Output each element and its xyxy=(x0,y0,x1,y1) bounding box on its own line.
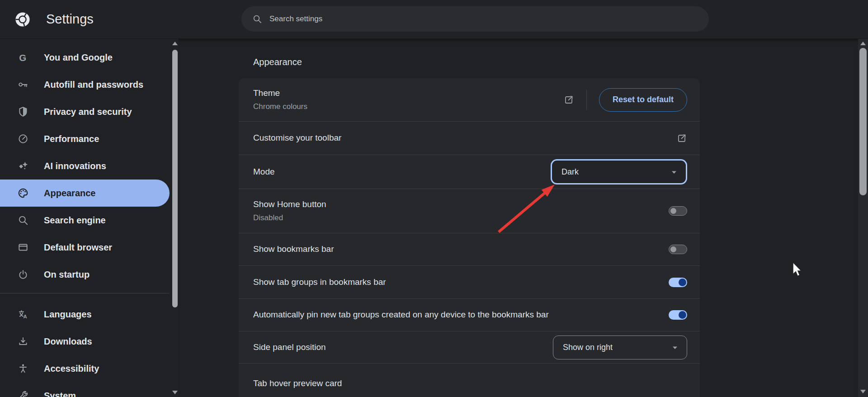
settings-search-bar[interactable] xyxy=(241,6,709,32)
mode-dropdown[interactable]: Dark xyxy=(551,159,687,184)
sidebar-scrollbar xyxy=(172,39,179,397)
key-icon xyxy=(17,79,29,90)
section-title: Appearance xyxy=(253,57,302,67)
sidebar-separator xyxy=(0,293,170,293)
show-bookmarks-bar-row: Show bookmarks bar xyxy=(239,233,700,265)
sidebar-item-performance[interactable]: Performance xyxy=(0,125,170,152)
row-title: Customise your toolbar xyxy=(253,133,676,143)
power-icon xyxy=(17,269,29,280)
vertical-divider xyxy=(586,90,587,110)
sidebar-item-system[interactable]: System xyxy=(0,382,170,397)
sidebar-item-accessibility[interactable]: Accessibility xyxy=(0,355,170,382)
side-panel-position-row: Side panel position Show on right xyxy=(239,331,700,363)
show-tab-groups-toggle[interactable] xyxy=(669,278,687,287)
google-g-icon: G xyxy=(17,52,29,63)
sidebar-item-autofill-and-passwords[interactable]: Autofill and passwords xyxy=(0,71,170,98)
dropdown-caret-icon xyxy=(670,167,679,176)
sidebar-item-search-engine[interactable]: Search engine xyxy=(0,207,170,234)
row-title: Show tab groups in bookmarks bar xyxy=(253,277,669,288)
sidebar-item-on-startup[interactable]: On startup xyxy=(0,261,170,288)
row-title: Mode xyxy=(253,167,551,177)
row-title: Side panel position xyxy=(253,342,553,353)
dropdown-caret-icon xyxy=(670,343,679,352)
search-input[interactable] xyxy=(269,14,698,24)
show-home-button-toggle[interactable] xyxy=(669,206,687,216)
browser-icon xyxy=(17,241,29,253)
side-panel-position-dropdown[interactable]: Show on right xyxy=(553,336,687,359)
tab-hover-preview-card-row: Tab hover preview card xyxy=(239,363,700,397)
chrome-logo-icon xyxy=(15,12,30,27)
scroll-up-arrow-icon[interactable] xyxy=(172,42,178,45)
header: Settings xyxy=(0,0,868,39)
sidebar-item-you-and-google[interactable]: G You and Google xyxy=(0,44,170,71)
download-icon xyxy=(17,336,29,347)
page-title: Settings xyxy=(46,12,94,27)
translate-icon: A xyxy=(17,308,29,320)
palette-icon xyxy=(17,187,29,199)
speedometer-icon xyxy=(17,133,29,145)
sparkle-icon xyxy=(17,160,29,172)
theme-row[interactable]: Theme Chrome colours Reset to default xyxy=(239,78,700,121)
shield-icon xyxy=(17,106,29,118)
mode-row: Mode Dark xyxy=(239,155,700,189)
row-subtitle: Chrome colours xyxy=(253,102,563,111)
sidebar-item-privacy-and-security[interactable]: Privacy and security xyxy=(0,98,170,125)
dropdown-value: Show on right xyxy=(563,343,670,352)
sidebar-item-appearance[interactable]: Appearance xyxy=(0,180,170,207)
main-scrollbar-thumb[interactable] xyxy=(859,48,867,195)
auto-pin-tab-groups-row: Automatically pin new tab groups created… xyxy=(239,298,700,331)
row-title: Show bookmarks bar xyxy=(253,244,669,255)
scroll-down-arrow-icon[interactable] xyxy=(172,391,178,394)
sidebar-item-languages[interactable]: A Languages xyxy=(0,301,170,328)
dropdown-value: Dark xyxy=(561,167,670,177)
appearance-settings-card: Theme Chrome colours Reset to default Cu… xyxy=(239,78,700,397)
row-title: Theme xyxy=(253,88,563,99)
wrench-icon xyxy=(17,390,29,397)
search-icon xyxy=(252,14,262,24)
main-scrollbar xyxy=(858,39,868,397)
show-bookmarks-bar-toggle[interactable] xyxy=(669,245,687,254)
scroll-up-arrow-icon[interactable] xyxy=(860,42,866,45)
external-link-icon xyxy=(676,133,687,144)
magnifier-icon xyxy=(17,214,29,226)
accessibility-icon xyxy=(17,363,29,374)
auto-pin-tab-groups-toggle[interactable] xyxy=(669,310,687,320)
reset-to-default-button[interactable]: Reset to default xyxy=(599,88,687,112)
scroll-down-arrow-icon[interactable] xyxy=(860,390,866,393)
external-link-icon xyxy=(563,95,574,105)
row-title: Show Home button xyxy=(253,199,669,210)
show-tab-groups-row: Show tab groups in bookmarks bar xyxy=(239,265,700,298)
sidebar: G You and Google Autofill and passwords … xyxy=(0,39,170,397)
row-title: Tab hover preview card xyxy=(253,378,687,389)
row-subtitle: Disabled xyxy=(253,213,669,222)
sidebar-scrollbar-thumb[interactable] xyxy=(172,50,178,307)
show-home-button-row: Show Home button Disabled xyxy=(239,189,700,233)
sidebar-item-ai-innovations[interactable]: AI innovations xyxy=(0,152,170,180)
svg-text:A: A xyxy=(24,314,27,319)
row-title: Automatically pin new tab groups created… xyxy=(253,310,669,320)
main-content: Appearance Theme Chrome colours Reset to… xyxy=(179,39,858,397)
customise-toolbar-row[interactable]: Customise your toolbar xyxy=(239,121,700,155)
sidebar-item-downloads[interactable]: Downloads xyxy=(0,328,170,355)
sidebar-item-default-browser[interactable]: Default browser xyxy=(0,234,170,261)
svg-text:G: G xyxy=(19,52,26,63)
